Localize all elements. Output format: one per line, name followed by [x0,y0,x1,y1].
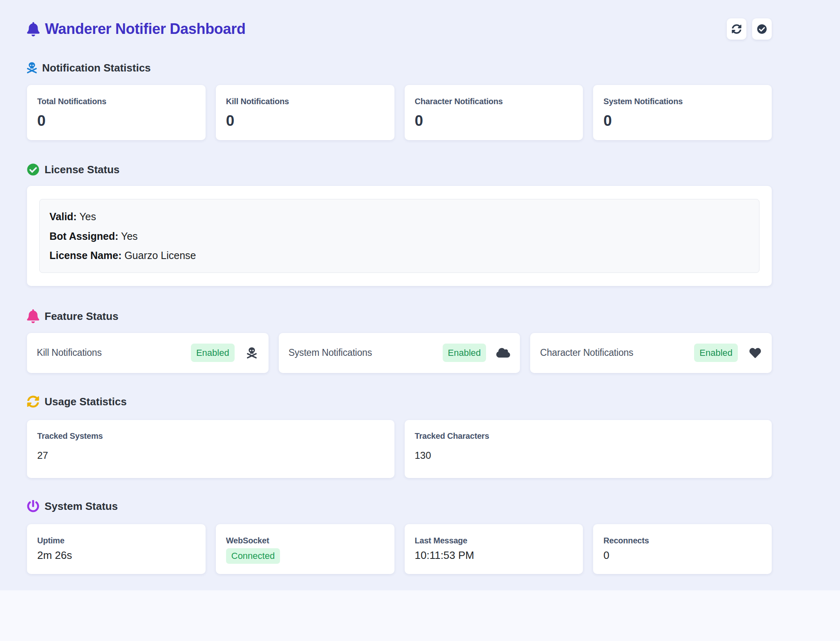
feature-status-grid: Kill Notifications Enabled System Notifi… [27,333,772,373]
section-heading-license-status: License Status [27,163,772,176]
section-heading-feature-status: Feature Status [27,309,772,323]
stat-value: 0 [415,112,573,130]
usage-label: Tracked Characters [415,431,762,441]
section-heading-system-status: System Status [27,500,772,513]
system-card-uptime: Uptime 2m 26s [27,524,206,574]
system-label: Uptime [37,536,195,545]
section-heading-notification-statistics: Notification Statistics [27,61,772,74]
section-heading-text: License Status [45,163,120,176]
header-actions [727,18,772,40]
system-value: 2m 26s [37,549,195,561]
feature-label: Character Notifications [540,347,694,358]
section-license-status: License Status Valid: Yes Bot Assigned: … [27,163,772,286]
usage-value: 27 [37,449,384,461]
license-field-valid: Valid: Yes [49,209,749,225]
usage-card-tracked-characters: Tracked Characters 130 [405,420,772,478]
header: Wanderer Notifier Dashboard [27,18,772,40]
dashboard: Wanderer Notifier Dashboard Notification… [0,0,840,590]
connected-badge: Connected [226,548,280,564]
enabled-badge: Enabled [694,344,738,362]
license-field-label: Bot Assigned: [49,230,119,242]
check-circle-icon [27,163,39,176]
section-heading-text: Feature Status [45,310,119,323]
system-value: 0 [603,549,762,561]
stat-value: 0 [37,112,195,130]
section-heading-text: Usage Statistics [45,395,127,408]
system-card-websocket: WebSocket Connected [216,524,394,574]
enabled-badge: Enabled [191,344,235,362]
sync-icon [27,395,39,408]
power-off-icon [27,500,39,512]
system-card-last-message: Last Message 10:11:53 PM [405,524,583,574]
sync-icon [732,24,741,34]
feature-icon-box [245,347,259,359]
section-notification-statistics: Notification Statistics Total Notificati… [27,61,772,140]
feature-label: System Notifications [289,347,443,358]
usage-value: 130 [415,449,762,461]
section-heading-usage-statistics: Usage Statistics [27,395,772,408]
license-info-box: Valid: Yes Bot Assigned: Yes License Nam… [39,199,759,273]
section-usage-statistics: Usage Statistics Tracked Systems 27 Trac… [27,395,772,478]
feature-card-character-notifications: Character Notifications Enabled [530,333,772,373]
system-label: Reconnects [603,536,762,545]
check-circle-icon [757,24,767,34]
section-feature-status: Feature Status Kill Notifications Enable… [27,309,772,373]
feature-card-system-notifications: System Notifications Enabled [279,333,520,373]
license-field-value: Yes [121,230,138,242]
license-field-value: Yes [79,211,96,222]
skull-crossbones-icon [27,62,37,74]
system-label: WebSocket [226,536,384,545]
skull-crossbones-icon [247,347,257,359]
notification-stats-grid: Total Notifications 0 Kill Notifications… [27,85,772,140]
enabled-badge: Enabled [443,344,486,362]
section-heading-text: Notification Statistics [42,61,151,74]
feature-icon-box [496,347,510,358]
heart-icon [749,347,762,359]
feature-label: Kill Notifications [37,347,191,358]
usage-statistics-grid: Tracked Systems 27 Tracked Characters 13… [27,420,772,478]
stat-value: 0 [226,112,384,130]
stat-card-kill-notifications: Kill Notifications 0 [216,85,394,140]
license-field-label: Valid: [49,211,77,222]
stat-value: 0 [603,112,762,130]
stat-label: Total Notifications [37,96,195,106]
bell-icon [27,309,39,323]
license-field-label: License Name: [49,250,121,261]
license-card: Valid: Yes Bot Assigned: Yes License Nam… [27,186,772,286]
license-field-value: Guarzo License [124,250,196,261]
usage-card-tracked-systems: Tracked Systems 27 [27,420,394,478]
feature-icon-box [748,347,762,359]
stat-label: Kill Notifications [226,96,384,106]
stat-card-total-notifications: Total Notifications 0 [27,85,206,140]
stat-label: System Notifications [603,96,762,106]
page-title: Wanderer Notifier Dashboard [45,19,246,39]
stat-card-character-notifications: Character Notifications 0 [405,85,583,140]
system-label: Last Message [415,536,573,545]
stat-label: Character Notifications [415,96,573,106]
usage-label: Tracked Systems [37,431,384,441]
license-field-bot-assigned: Bot Assigned: Yes [49,229,749,244]
stat-card-system-notifications: System Notifications 0 [593,85,772,140]
cloud-icon [496,347,510,358]
bell-icon [27,22,40,36]
brand: Wanderer Notifier Dashboard [27,19,246,39]
license-field-license-name: License Name: Guarzo License [49,248,749,264]
system-badge-wrap: Connected [226,548,384,564]
status-check-button[interactable] [752,18,772,40]
system-status-grid: Uptime 2m 26s WebSocket Connected Last M… [27,524,772,574]
section-heading-text: System Status [45,500,118,513]
system-card-reconnects: Reconnects 0 [593,524,772,574]
feature-card-kill-notifications: Kill Notifications Enabled [27,333,269,373]
section-system-status: System Status Uptime 2m 26s WebSocket Co… [27,500,772,574]
refresh-button[interactable] [727,18,746,40]
system-value: 10:11:53 PM [415,549,573,561]
